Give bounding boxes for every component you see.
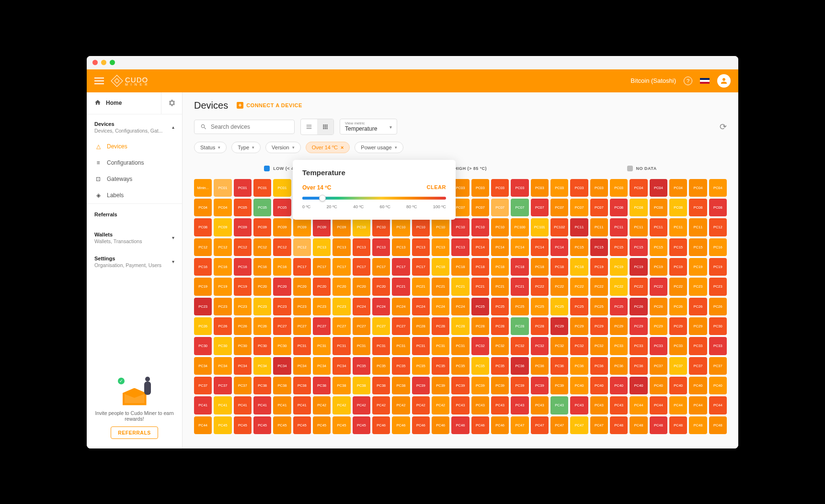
device-tile[interactable]: PC26 xyxy=(234,317,252,335)
device-tile[interactable]: PC19 xyxy=(194,278,212,295)
device-tile[interactable]: PC26 xyxy=(650,298,667,315)
device-tile[interactable]: PC37 xyxy=(709,357,727,375)
device-tile[interactable]: PC15 xyxy=(590,238,608,256)
device-tile[interactable]: PC33 xyxy=(610,337,628,355)
device-tile[interactable]: PC22 xyxy=(570,278,588,295)
device-tile[interactable]: PC36 xyxy=(531,357,549,375)
device-tile[interactable]: PC16 xyxy=(194,258,212,276)
search-field[interactable] xyxy=(211,123,288,130)
device-tile[interactable]: PC31 xyxy=(372,337,390,355)
device-tile[interactable]: PC22 xyxy=(610,278,628,295)
device-tile[interactable]: PC45 xyxy=(253,416,271,434)
device-tile[interactable]: PC16 xyxy=(234,258,252,276)
device-tile[interactable]: PC47 xyxy=(511,416,528,434)
device-tile[interactable]: PC36 xyxy=(610,357,628,375)
device-tile[interactable]: PC38 xyxy=(353,377,370,394)
device-tile[interactable]: PC03 xyxy=(590,179,608,197)
device-tile[interactable]: PC08 xyxy=(689,199,707,216)
device-tile[interactable]: PC18 xyxy=(511,258,528,276)
device-tile[interactable]: PC27 xyxy=(372,317,390,335)
refresh-button[interactable]: ⟳ xyxy=(720,122,727,132)
device-tile[interactable]: PC17 xyxy=(372,258,390,276)
device-tile[interactable]: PC39 xyxy=(491,377,509,394)
device-tile[interactable]: PC24 xyxy=(451,298,469,315)
device-tile[interactable]: PC32 xyxy=(491,337,509,355)
device-tile[interactable]: PC13 xyxy=(451,238,469,256)
sidebar-settings-icon[interactable] xyxy=(161,92,182,114)
device-tile[interactable]: PC42 xyxy=(432,396,449,414)
device-tile[interactable]: PC14 xyxy=(471,238,489,256)
device-tile[interactable]: PC28 xyxy=(412,317,430,335)
device-tile[interactable]: PC10 xyxy=(412,218,430,236)
device-tile[interactable]: PC04 xyxy=(214,199,231,216)
device-tile[interactable]: PC19 xyxy=(709,258,727,276)
device-tile[interactable]: PC29 xyxy=(630,317,647,335)
device-tile[interactable]: PC46 xyxy=(451,416,469,434)
device-tile[interactable]: PC43 xyxy=(451,396,469,414)
device-tile[interactable]: PC25 xyxy=(590,298,608,315)
device-tile[interactable]: PC12 xyxy=(293,238,311,256)
device-tile[interactable]: PC26 xyxy=(194,317,212,335)
device-tile[interactable]: PC31 xyxy=(451,337,469,355)
device-tile[interactable]: PC20 xyxy=(293,278,311,295)
sidebar-item-devices[interactable]: △Devices xyxy=(87,138,182,155)
device-tile[interactable]: PC28 xyxy=(451,317,469,335)
device-tile[interactable]: PC43 xyxy=(531,396,549,414)
filter-chip-power-usage[interactable]: Power usage▾ xyxy=(355,142,403,153)
device-tile[interactable]: PC31 xyxy=(293,337,311,355)
device-tile[interactable]: PC39 xyxy=(511,377,528,394)
device-tile[interactable]: PC09 xyxy=(253,218,271,236)
device-tile[interactable]: PC26 xyxy=(630,298,647,315)
list-view-button[interactable] xyxy=(301,119,317,134)
device-tile[interactable]: PC41 xyxy=(253,396,271,414)
device-tile[interactable]: PC22 xyxy=(590,278,608,295)
device-tile[interactable]: PC24 xyxy=(372,298,390,315)
device-tile[interactable]: PC25 xyxy=(570,298,588,315)
device-tile[interactable]: PC23 xyxy=(293,298,311,315)
device-tile[interactable]: PC01 xyxy=(253,179,271,197)
device-tile[interactable]: PC17 xyxy=(353,258,370,276)
device-tile[interactable]: PC30 xyxy=(214,337,231,355)
device-tile[interactable]: PC33 xyxy=(689,337,707,355)
device-tile[interactable]: PC32 xyxy=(471,337,489,355)
device-tile[interactable]: PC34 xyxy=(332,357,350,375)
device-tile[interactable]: PC36 xyxy=(570,357,588,375)
device-tile[interactable]: PC45 xyxy=(273,416,291,434)
device-tile[interactable]: PC39 xyxy=(451,377,469,394)
device-tile[interactable]: PC35 xyxy=(392,357,410,375)
device-tile[interactable]: PC47 xyxy=(570,416,588,434)
device-tile[interactable]: PC28 xyxy=(531,317,549,335)
device-tile[interactable]: PC45 xyxy=(353,416,370,434)
device-tile[interactable]: PC19 xyxy=(214,278,231,295)
device-tile[interactable]: PC23 xyxy=(689,278,707,295)
device-tile[interactable]: PC100 xyxy=(511,218,528,236)
device-tile[interactable]: PC31 xyxy=(313,337,331,355)
hamburger-icon[interactable] xyxy=(94,78,104,84)
device-tile[interactable]: PC34 xyxy=(214,357,231,375)
device-tile[interactable]: PC34 xyxy=(194,357,212,375)
device-tile[interactable]: PC16 xyxy=(709,238,727,256)
device-tile[interactable]: PC37 xyxy=(669,357,687,375)
sidebar-section-settings[interactable]: Settings Organisation, Payment, Users ▾ xyxy=(87,249,182,273)
device-tile[interactable]: PC25 xyxy=(550,298,568,315)
device-tile[interactable]: PC03 xyxy=(491,179,509,197)
device-tile[interactable]: PC05 xyxy=(234,199,252,216)
device-tile[interactable]: PC33 xyxy=(630,337,647,355)
device-tile[interactable]: PC42 xyxy=(392,396,410,414)
device-tile[interactable]: PC45 xyxy=(332,416,350,434)
device-tile[interactable]: PC16 xyxy=(253,258,271,276)
device-tile[interactable]: PC22 xyxy=(531,278,549,295)
device-tile[interactable]: PC11 xyxy=(590,218,608,236)
device-tile[interactable]: PC22 xyxy=(550,278,568,295)
device-tile[interactable]: PC12 xyxy=(273,238,291,256)
device-tile[interactable]: PC33 xyxy=(669,337,687,355)
device-tile[interactable]: PC26 xyxy=(709,298,727,315)
device-tile[interactable]: PC27 xyxy=(353,317,370,335)
device-tile[interactable]: PC10 xyxy=(432,218,449,236)
device-tile[interactable]: PC09 xyxy=(234,218,252,236)
device-tile[interactable]: PC15 xyxy=(610,238,628,256)
device-tile[interactable]: PC04 xyxy=(630,179,647,197)
device-tile[interactable]: PC44 xyxy=(689,396,707,414)
sidebar-section-devices[interactable]: Devices Devices, Configurations, Gat... … xyxy=(87,114,182,138)
device-tile[interactable]: PC28 xyxy=(491,317,509,335)
